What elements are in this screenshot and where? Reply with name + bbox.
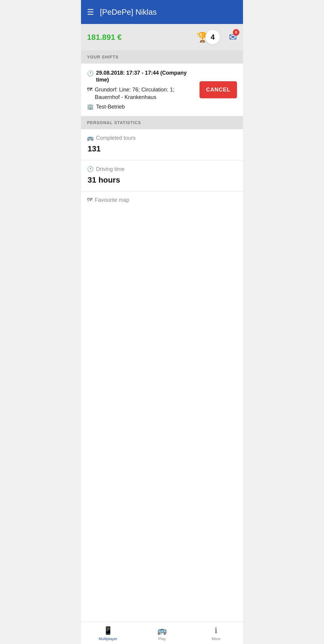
clock-icon: 🕐	[87, 70, 94, 77]
map-fav-icon: 🗺	[87, 197, 92, 203]
your-shifts-header: YOUR SHIFTS	[81, 50, 243, 64]
clock-stat-icon: 🕐	[87, 166, 94, 172]
cancel-button[interactable]: CANCEL	[200, 81, 237, 98]
rank-value: 4	[211, 33, 214, 41]
completed-tours-label: Completed tours	[96, 135, 136, 141]
multiplayer-icon: 📱	[103, 626, 113, 635]
completed-tours-label-row: 🚌 Completed tours	[87, 135, 237, 141]
building-icon: 🏢	[87, 103, 94, 110]
shift-card: 🕐 29.08.2018: 17:37 - 17:44 (Company tim…	[81, 64, 243, 116]
rank-badge: 4	[206, 30, 220, 44]
bottom-nav: 📱 Multiplayer 🚌 Play ℹ More	[81, 622, 243, 644]
shift-company-row: 🏢 Test-Betrieb	[87, 103, 196, 110]
map-route-icon: 🗺	[87, 87, 92, 93]
driving-time-label-row: 🕐 Driving time	[87, 166, 237, 172]
shift-company-text: Test-Betrieb	[96, 104, 125, 110]
completed-tours-item: 🚌 Completed tours 131	[81, 129, 243, 160]
shift-route-row: 🗺 Grundorf: Line: 76; Circulation: 1; Ba…	[87, 86, 196, 101]
shift-time-text: 29.08.2018: 17:37 - 17:44 (Company time)	[96, 70, 196, 84]
nav-label-play: Play	[158, 637, 166, 641]
stats-section: 🚌 Completed tours 131 🕐 Driving time 31 …	[81, 129, 243, 622]
shift-time-row: 🕐 29.08.2018: 17:37 - 17:44 (Company tim…	[87, 70, 196, 84]
favourite-map-label: Favourite map	[95, 197, 129, 203]
nav-label-multiplayer: Multiplayer	[99, 637, 118, 641]
shift-info: 🕐 29.08.2018: 17:37 - 17:44 (Company tim…	[87, 70, 196, 110]
balance-value: 181.891 €	[87, 33, 194, 42]
stats-row: 181.891 € 🏆 4 ✉ 0	[81, 24, 243, 50]
completed-tours-value: 131	[87, 144, 237, 158]
hamburger-icon[interactable]: ☰	[87, 8, 94, 16]
favourite-map-label-row: 🗺 Favourite map	[87, 197, 237, 203]
mail-badge: 0	[233, 29, 239, 36]
nav-item-play[interactable]: 🚌 Play	[135, 622, 189, 644]
favourite-map-item: 🗺 Favourite map	[81, 192, 243, 209]
nav-label-more: More	[212, 637, 220, 641]
app-header: ☰ [PeDePe] Niklas	[81, 0, 243, 24]
header-title: [PeDePe] Niklas	[100, 7, 157, 17]
mail-container[interactable]: ✉ 0	[229, 31, 237, 43]
more-icon: ℹ	[214, 626, 218, 635]
personal-statistics-header: PERSONAL STATISTICS	[81, 116, 243, 129]
nav-item-more[interactable]: ℹ More	[189, 622, 243, 644]
shift-route-text: Grundorf: Line: 76; Circulation: 1; Baue…	[95, 86, 196, 101]
play-icon: 🚌	[157, 626, 167, 635]
trophy-container: 🏆 4	[196, 30, 220, 44]
bus-icon: 🚌	[87, 135, 94, 141]
nav-item-multiplayer[interactable]: 📱 Multiplayer	[81, 622, 135, 644]
driving-time-value: 31 hours	[87, 175, 237, 189]
driving-time-item: 🕐 Driving time 31 hours	[81, 160, 243, 191]
driving-time-label: Driving time	[96, 166, 124, 172]
